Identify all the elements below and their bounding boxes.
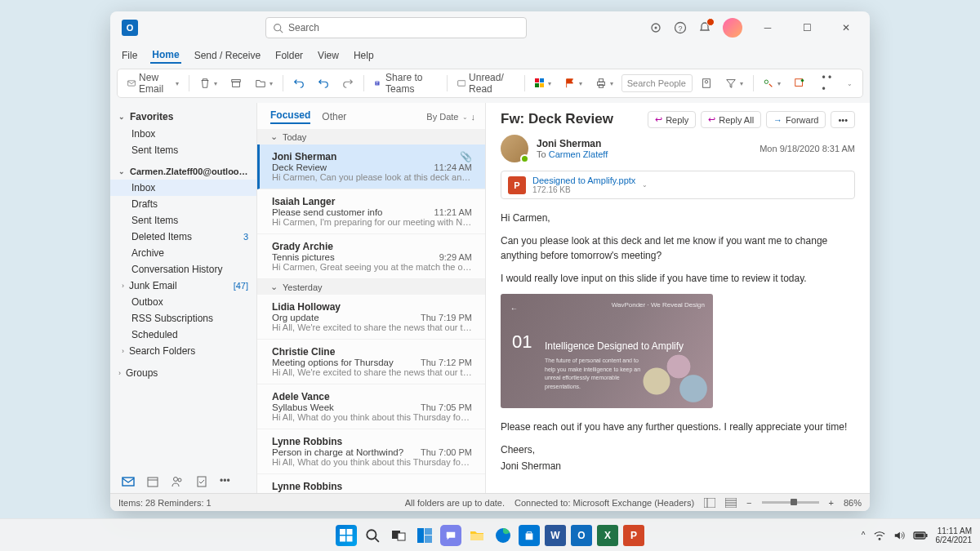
menu-folder[interactable]: Folder (274, 48, 305, 63)
fav-sent[interactable]: Sent Items (110, 142, 256, 158)
fav-inbox[interactable]: Inbox (110, 126, 256, 142)
folder-outbox[interactable]: Outbox (110, 294, 256, 310)
view-reading-icon[interactable] (725, 498, 737, 508)
redo-button[interactable] (337, 75, 359, 91)
settings-icon[interactable] (649, 21, 662, 34)
maximize-button[interactable]: ☐ (793, 17, 821, 38)
taskbar-clock[interactable]: 11:11 AM 6/24/2021 (936, 527, 973, 544)
message-item[interactable]: Christie ClineMeeting options for Thursd… (257, 340, 485, 384)
folder-conversation-history[interactable]: Conversation History (110, 261, 256, 278)
menu-home[interactable]: Home (150, 47, 180, 64)
tab-other[interactable]: Other (322, 111, 346, 122)
view-normal-icon[interactable] (704, 498, 715, 508)
sender-avatar[interactable] (501, 135, 528, 162)
powerpoint-icon[interactable]: P (623, 525, 644, 546)
folder-junk-email[interactable]: ›Junk Email[47] (110, 278, 256, 294)
flag-button[interactable]: ▾ (559, 75, 587, 91)
global-search[interactable]: Search (265, 17, 527, 38)
outlook-taskbar-icon[interactable]: O (571, 525, 592, 546)
message-item[interactable]: Isaiah LangerPlease send customer info11… (257, 189, 485, 234)
start-button[interactable] (336, 525, 357, 546)
file-explorer-icon[interactable] (466, 525, 488, 546)
unread-read-button[interactable]: Unread/ Read (452, 69, 519, 97)
sort-button[interactable]: By Date ⌄ ↓ (426, 112, 475, 122)
volume-icon[interactable] (893, 530, 905, 541)
groups-header[interactable]: ›Groups (110, 364, 256, 382)
help-icon[interactable]: ? (674, 21, 687, 34)
menu-view[interactable]: View (316, 48, 341, 63)
edge-icon[interactable] (492, 525, 514, 546)
zoom-out-button[interactable]: − (746, 498, 751, 508)
more-commands-button[interactable]: • • • (817, 69, 839, 97)
forward-button[interactable]: →Forward (766, 111, 826, 128)
folder-archive[interactable]: Archive (110, 245, 256, 261)
attachment-dropdown-icon[interactable]: ⌄ (642, 181, 648, 189)
menu-file[interactable]: File (120, 48, 139, 63)
body-signature: Joni Sherman (501, 459, 855, 473)
battery-icon[interactable] (913, 531, 928, 540)
excel-icon[interactable]: X (597, 525, 618, 546)
share-to-teams-button[interactable]: TShare to Teams (369, 69, 442, 97)
tray-chevron-icon[interactable]: ^ (862, 531, 866, 540)
message-item[interactable]: Joni Sherman📎Deck Review11:24 AMHi Carme… (257, 144, 485, 189)
folder-rss-subscriptions[interactable]: RSS Subscriptions (110, 310, 256, 327)
zoom-level[interactable]: 86% (844, 498, 862, 508)
tab-focused[interactable]: Focused (270, 109, 310, 124)
todo-module-icon[interactable] (195, 475, 208, 488)
archive-button[interactable] (225, 75, 247, 91)
date-group-today[interactable]: ⌄Today (257, 129, 485, 144)
folder-deleted-items[interactable]: Deleted Items3 (110, 229, 256, 245)
store-icon[interactable] (519, 525, 540, 546)
chat-icon[interactable] (440, 525, 461, 546)
message-item[interactable]: Lidia HollowayOrg updateThu 7:19 PMHi Al… (257, 295, 485, 340)
account-header[interactable]: ⌄Carmen.Zlateff00@outlook.com (110, 163, 256, 180)
menu-send-receive[interactable]: Send / Receive (193, 48, 262, 63)
find-contact-button[interactable]: ▾ (758, 75, 786, 91)
undo-button[interactable] (288, 75, 310, 91)
folder-scheduled[interactable]: Scheduled (110, 327, 256, 343)
folder-sent-items[interactable]: Sent Items (110, 212, 256, 229)
calendar-module-icon[interactable] (146, 475, 159, 488)
user-avatar[interactable] (723, 18, 742, 38)
reply-all-button[interactable]: ↩Reply All (701, 111, 761, 128)
folder-search-folders[interactable]: ›Search Folders (110, 343, 256, 359)
folder-drafts[interactable]: Drafts (110, 196, 256, 212)
favorites-header[interactable]: ⌄Favorites (110, 108, 256, 126)
task-view-icon[interactable] (388, 525, 409, 546)
titlebar: O Search ? ─ ☐ ✕ (110, 11, 870, 44)
mail-module-icon[interactable] (122, 475, 135, 488)
delete-button[interactable]: ▾ (194, 75, 222, 91)
nav-more-icon[interactable]: ••• (220, 475, 230, 488)
undo-button-2[interactable] (313, 75, 334, 91)
message-item[interactable]: Lynne RobbinsSharePint contentThu 6:59 P… (257, 474, 485, 493)
new-email-button[interactable]: New Email▾ (122, 69, 184, 97)
get-addins-button[interactable] (789, 75, 810, 91)
zoom-in-button[interactable]: + (829, 498, 834, 508)
word-icon[interactable]: W (545, 525, 566, 546)
date-group-yesterday[interactable]: ⌄Yesterday (257, 279, 485, 295)
widgets-icon[interactable] (414, 525, 435, 546)
expand-ribbon-button[interactable]: ⌄ (842, 78, 858, 90)
more-actions-button[interactable]: ••• (831, 111, 855, 128)
notifications-icon[interactable] (698, 21, 711, 34)
taskbar-search-icon[interactable] (362, 525, 383, 546)
menu-help[interactable]: Help (352, 48, 376, 63)
categorize-button[interactable]: ▾ (530, 76, 556, 91)
move-button[interactable]: ▾ (250, 75, 278, 91)
address-book-button[interactable] (696, 75, 717, 91)
filter-button[interactable]: ▾ (720, 75, 748, 91)
minimize-button[interactable]: ─ (754, 17, 782, 38)
message-item[interactable]: Adele VanceSyllabus WeekThu 7:05 PMHi Al… (257, 384, 485, 429)
body-p4: Please reach out if you have any further… (501, 420, 855, 434)
folder-inbox[interactable]: Inbox (110, 180, 256, 196)
message-item[interactable]: Lynne RobbinsPerson in charge at Northwi… (257, 429, 485, 474)
people-module-icon[interactable] (171, 475, 184, 488)
print-button[interactable]: ▾ (590, 75, 618, 91)
close-button[interactable]: ✕ (832, 17, 860, 38)
search-people-input[interactable]: Search People (621, 74, 693, 92)
attachment[interactable]: P Deesigned to Amplify.pptx 172.16 KB ⌄ (501, 171, 855, 199)
reply-button[interactable]: ↩Reply (648, 111, 696, 128)
message-item[interactable]: Grady ArchieTennis pictures9:29 AMHi Car… (257, 234, 485, 279)
wifi-icon[interactable] (874, 530, 885, 541)
zoom-slider[interactable] (762, 501, 819, 504)
